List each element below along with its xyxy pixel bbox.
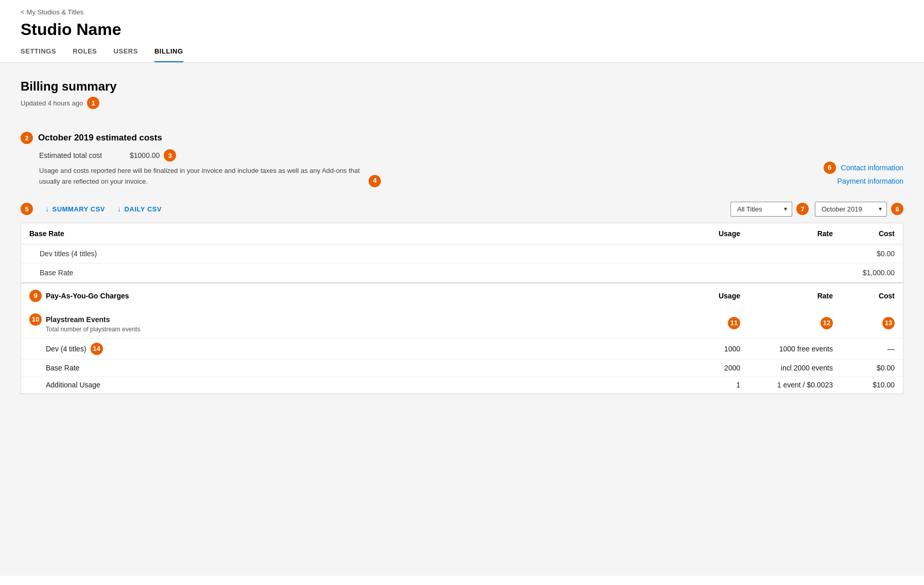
table-row: Base Rate 2000 incl 2000 events $0.00 <box>21 360 903 377</box>
month-filter-select[interactable]: October 2019 <box>815 202 887 217</box>
badge-7: 7 <box>796 203 809 215</box>
table-row: Additional Usage 1 1 event / $0.0023 $10… <box>21 377 903 394</box>
badge-1: 1 <box>87 97 99 109</box>
playstream-label: Playstream Events <box>46 315 110 324</box>
badge-11: 11 <box>728 317 740 329</box>
badge-14: 14 <box>91 343 103 355</box>
table-row: Dev titles (4 titles) $0.00 <box>21 244 903 263</box>
badge-9: 9 <box>29 290 42 302</box>
playstream-sublabel: Total number of playstream events <box>29 326 678 333</box>
badge-3: 3 <box>164 149 176 162</box>
table-row: Dev (4 titles) 14 1000 1000 free events … <box>21 339 903 360</box>
badge-13: 13 <box>882 317 895 329</box>
badge-5: 5 <box>21 203 33 215</box>
payment-information-link[interactable]: Payment information <box>838 177 903 185</box>
badge-2: 2 <box>21 132 33 144</box>
estimated-value: $1000.00 <box>130 151 160 159</box>
download-icon: ↓ <box>117 205 121 213</box>
badge-12: 12 <box>821 317 833 329</box>
updated-text: Updated 4 hours ago <box>21 99 83 107</box>
tab-billing[interactable]: BILLING <box>154 47 183 62</box>
playstream-section: 10 Playstream Events Total number of pla… <box>21 308 903 339</box>
estimated-section-title: October 2019 estimated costs <box>38 133 162 143</box>
summary-csv-button[interactable]: ↓ SUMMARY CSV <box>45 205 105 213</box>
badge-4: 4 <box>369 175 381 187</box>
page-title: Studio Name <box>21 20 903 39</box>
tab-roles[interactable]: ROLES <box>73 47 97 62</box>
table-row: Base Rate $1,000.00 <box>21 263 903 282</box>
estimated-label: Estimated total cost <box>39 151 121 159</box>
tab-users[interactable]: USERS <box>114 47 138 62</box>
contact-information-link[interactable]: Contact information <box>841 164 903 172</box>
billing-description: Usage and costs reported here will be fi… <box>39 166 360 187</box>
badge-8: 8 <box>891 203 903 215</box>
badge-6: 6 <box>824 162 836 174</box>
download-icon: ↓ <box>45 205 49 213</box>
breadcrumb[interactable]: My Studios & Titles <box>21 8 903 16</box>
payg-section-header: 9 Pay-As-You-Go Charges Usage Rate Cost <box>21 283 903 308</box>
titles-filter-select[interactable]: All Titles <box>730 202 792 217</box>
tab-settings[interactable]: SETTINGS <box>21 47 56 62</box>
badge-10: 10 <box>29 313 42 326</box>
billing-summary-title: Billing summary <box>21 79 903 94</box>
base-rate-section-header: Base Rate Usage Rate Cost <box>21 223 903 244</box>
daily-csv-button[interactable]: ↓ DAILY CSV <box>117 205 162 213</box>
